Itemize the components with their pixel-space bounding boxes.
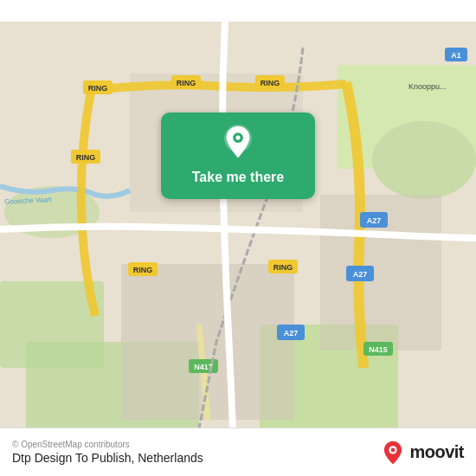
map-background: Gooische Vaart RING RING RING RING RING … — [0, 0, 476, 476]
moovit-icon — [381, 441, 405, 465]
moovit-logo: moovit — [381, 441, 464, 465]
svg-text:Knooppu...: Knooppu... — [408, 82, 447, 91]
take-me-there-card[interactable]: Take me there — [161, 113, 315, 199]
copyright-text: © OpenStreetMap contributors — [12, 440, 203, 449]
svg-text:A27: A27 — [284, 329, 299, 338]
location-name: Dtp Design To Publish, Netherlands — [12, 451, 203, 465]
svg-text:A27: A27 — [367, 216, 382, 225]
svg-text:N415: N415 — [369, 345, 388, 354]
svg-point-41 — [391, 447, 396, 452]
svg-text:RING: RING — [273, 263, 293, 272]
svg-text:RING: RING — [133, 266, 153, 274]
svg-text:A27: A27 — [353, 270, 368, 279]
svg-text:RING: RING — [76, 153, 96, 162]
location-pin-icon — [220, 125, 256, 161]
svg-text:A1: A1 — [451, 51, 461, 60]
take-me-there-label: Take me there — [192, 170, 284, 185]
bottom-bar: © OpenStreetMap contributors Dtp Design … — [0, 428, 476, 476]
map-container: Gooische Vaart RING RING RING RING RING … — [0, 0, 476, 476]
bottom-left-info: © OpenStreetMap contributors Dtp Design … — [12, 440, 203, 465]
svg-text:RING: RING — [177, 79, 196, 87]
svg-point-39 — [235, 136, 240, 140]
svg-text:RING: RING — [261, 79, 280, 87]
svg-point-4 — [372, 121, 476, 199]
moovit-text: moovit — [409, 442, 464, 462]
